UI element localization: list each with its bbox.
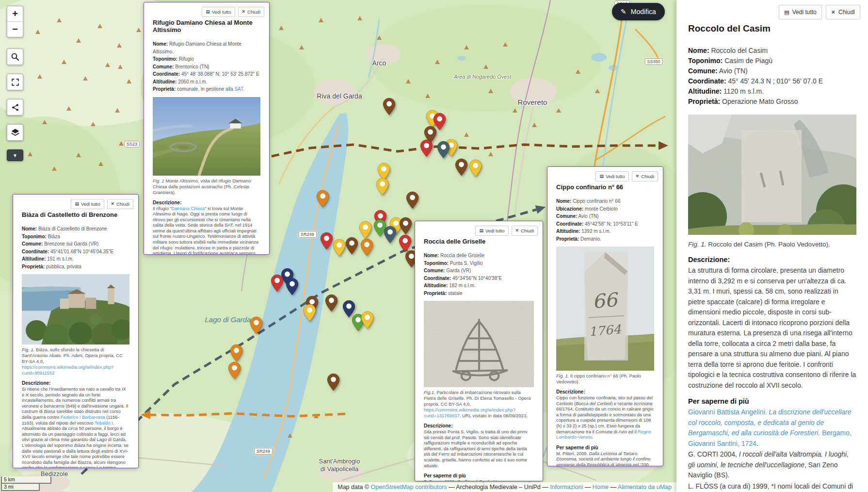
- field-toponimo: Toponimo: Biàza: [22, 233, 129, 241]
- inline-link[interactable]: Damiano Chiesa: [171, 206, 205, 211]
- mountain-peak-icon: [118, 65, 123, 69]
- collapse-controls-button[interactable]: ▼: [7, 149, 23, 161]
- mountain-peak-icon: [136, 28, 141, 32]
- vedi-tutto-button[interactable]: ▤Vedi tutto: [71, 199, 104, 209]
- map-marker[interactable]: [345, 237, 358, 255]
- map-marker[interactable]: [469, 159, 482, 177]
- chiudi-button[interactable]: ✕Chiudi: [632, 171, 658, 181]
- descrizione-label: Descrizione:: [153, 200, 260, 205]
- map-marker[interactable]: [359, 221, 372, 239]
- photo-caption: Fig.1. Particolare di imbarcazione ritro…: [424, 390, 534, 419]
- layers-icon: [11, 128, 20, 137]
- zoom-control: + −: [7, 6, 23, 37]
- mountain-peak-icon: [532, 123, 537, 127]
- map-place-label: Rovereto: [518, 98, 547, 106]
- map-marker[interactable]: [383, 98, 396, 115]
- field-coordinate: Coordinate: 45°42'58" N; 10°53'11" E: [556, 220, 654, 228]
- mountain-peak-icon: [488, 89, 493, 93]
- osm-contributors-link[interactable]: OpenStreetMap contributors: [371, 484, 447, 491]
- layers-button[interactable]: [7, 124, 23, 141]
- descrizione-text: Sita presso Punta S. Vigilio, si tratta …: [424, 429, 534, 469]
- field-altitudine: Altitudine: 151 m s.l.m.: [22, 255, 129, 263]
- zoom-in-button[interactable]: +: [7, 6, 23, 21]
- mountain-peak-icon: [97, 24, 102, 28]
- map-marker[interactable]: [286, 278, 299, 295]
- map-marker[interactable]: [325, 294, 338, 312]
- map-marker[interactable]: [455, 158, 468, 176]
- map-marker[interactable]: [420, 139, 433, 157]
- map-marker[interactable]: [333, 239, 346, 257]
- map-marker[interactable]: [271, 274, 284, 292]
- vedi-tutto-button[interactable]: ▤Vedi tutto: [779, 5, 821, 19]
- fullscreen-button[interactable]: [7, 74, 23, 90]
- modifica-edit-button[interactable]: ✎ Modifica: [612, 3, 665, 20]
- map-marker[interactable]: [250, 316, 263, 334]
- inline-link[interactable]: https://commons.wikimedia.org/w/index.ph…: [22, 364, 113, 376]
- chiudi-button[interactable]: ✕Chiudi: [238, 7, 264, 17]
- field-proprieta: Proprietà: Operazione Mato Grosso: [688, 97, 856, 107]
- field-comune: Comune: Avio (TN): [688, 66, 856, 76]
- map-marker[interactable]: [327, 373, 340, 391]
- inline-link[interactable]: Tebaldo I: [95, 421, 113, 426]
- descrizione-text: Cippo con funzione confinaria, sito sul …: [556, 395, 654, 441]
- list-icon: ▤: [599, 174, 604, 179]
- field-toponimo: Toponimo: Punta S. Vigilio: [424, 260, 534, 267]
- search-button[interactable]: [7, 49, 23, 65]
- chiudi-button[interactable]: ✕Chiudi: [512, 226, 538, 236]
- mountain-peak-icon: [299, 45, 304, 49]
- field-coordinate: Coordinate: 45°34'56"N 10°40'38"E: [424, 275, 534, 282]
- details-sidebar: ▤Vedi tutto ✕Chiudi Roccolo del Casim No…: [676, 0, 868, 492]
- map-marker[interactable]: [406, 191, 419, 209]
- zoom-out-button[interactable]: −: [7, 21, 23, 37]
- field-proprieta: Proprietà: Demanio.: [556, 235, 654, 243]
- list-icon: ▤: [784, 10, 789, 15]
- mountain-peak-icon: [435, 60, 440, 64]
- vedi-tutto-button[interactable]: ▤Vedi tutto: [202, 7, 235, 17]
- map-marker[interactable]: [376, 178, 389, 196]
- descrizione-text: La struttura di forma circolare, present…: [688, 265, 856, 391]
- mountain-peak-icon: [76, 38, 81, 43]
- mountain-peak-icon: [66, 106, 71, 111]
- map-marker[interactable]: [303, 304, 316, 322]
- descrizione-text: Si ritiene che l'insediamento sia nato a…: [22, 387, 129, 468]
- map-marker[interactable]: [360, 238, 373, 256]
- popup-cippo-confinario-66: ▤Vedi tutto ✕Chiudi Cippo confinario n° …: [547, 166, 663, 466]
- vedi-tutto-button[interactable]: ▤Vedi tutto: [595, 171, 628, 181]
- popup-rifugio-damiano-chiesa: ▤Vedi tutto ✕Chiudi Rifugio Damiano Chie…: [144, 2, 270, 255]
- mountain-peak-icon: [117, 43, 122, 48]
- chiudi-button[interactable]: ✕Chiudi: [107, 199, 133, 209]
- share-button[interactable]: [7, 99, 23, 115]
- map-marker[interactable]: [384, 226, 397, 244]
- close-icon: ✕: [242, 10, 246, 14]
- map-marker[interactable]: [228, 361, 241, 379]
- per-saperne-label: Per saperne di più: [688, 397, 856, 405]
- map-marker[interactable]: [437, 141, 450, 159]
- chiudi-button[interactable]: ✕Chiudi: [826, 5, 860, 19]
- home-link[interactable]: Home: [593, 484, 609, 491]
- map-marker[interactable]: [399, 217, 412, 235]
- map-marker[interactable]: [230, 344, 243, 362]
- search-icon: [11, 52, 19, 61]
- map-marker[interactable]: [316, 190, 329, 208]
- mountain-peak-icon: [28, 152, 32, 156]
- umap-link[interactable]: Alimentato da uMap: [618, 484, 672, 491]
- inline-link[interactable]: SAT: [234, 86, 243, 92]
- field-nome: Nome: Biàza di Castelletto di Brenzone: [22, 225, 129, 233]
- mountain-peak-icon: [35, 30, 40, 34]
- field-comune: Comune: Brenzone sul Garda (VR): [22, 240, 129, 248]
- map-marker[interactable]: [320, 232, 333, 250]
- road-ref-badge: SS23: [124, 141, 140, 148]
- biaza-photo: [22, 274, 129, 344]
- inline-link[interactable]: Federico I Barbarossa: [61, 415, 105, 420]
- informazioni-link[interactable]: Informazioni: [550, 484, 583, 491]
- map-marker[interactable]: [361, 311, 374, 329]
- scale-mi: 3 mi: [1, 484, 40, 491]
- map-place-label: di Valpolicella: [321, 465, 359, 473]
- map-place-label: Area di Nogaredo Ovest: [454, 74, 511, 80]
- scale-bar: 5 km 3 mi: [1, 476, 51, 491]
- mountain-peak-icon: [105, 63, 110, 67]
- field-coordinate: Coordinate: 45° 48' 38.088" N; 10° 53' 2…: [153, 70, 260, 78]
- vedi-tutto-button[interactable]: ▤Vedi tutto: [475, 226, 508, 236]
- field-comune: Comune: Garda (VR): [424, 267, 534, 275]
- inline-link[interactable]: Giovanni Battista Angelini.: [688, 408, 769, 416]
